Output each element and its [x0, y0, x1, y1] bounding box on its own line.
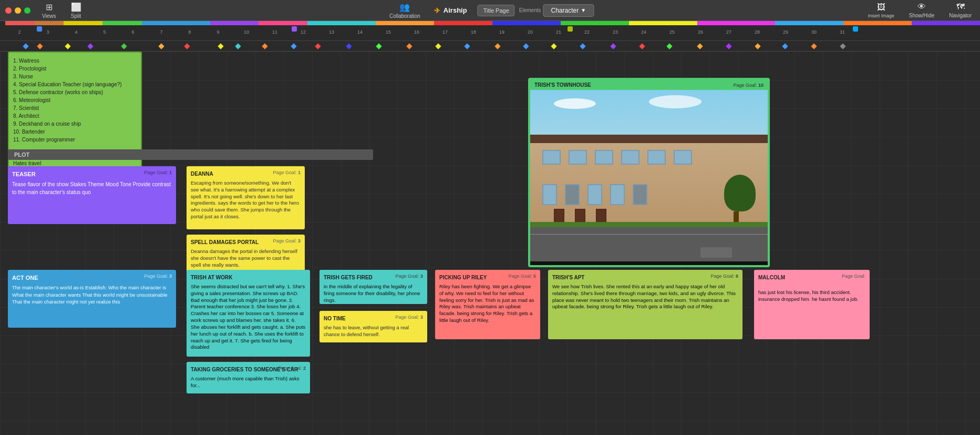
image-card-trishs-townhouse[interactable]: TRISH'S TOWNHOUSE Page Goal: 10	[528, 78, 770, 267]
collaboration-label: Collaboration	[389, 13, 420, 19]
insert-image-button[interactable]: 🖼 Insert Image	[865, 2, 898, 19]
character-dropdown-icon: ▼	[581, 7, 586, 13]
insert-image-icon: 🖼	[877, 3, 885, 12]
groceries-content: A customer (much more capable than Trish…	[191, 376, 306, 389]
ruler-num-17: 17	[431, 29, 459, 35]
minimize-button[interactable]	[15, 7, 21, 14]
close-button[interactable]	[5, 7, 12, 14]
diamond-2	[37, 43, 43, 49]
main-canvas[interactable]: 1. Waitress 2. Proctologist 3. Nurse 4. …	[0, 52, 980, 435]
card-trish-at-work[interactable]: Trish at Work She seems distracted but w…	[187, 270, 310, 357]
diamond-25	[697, 43, 703, 49]
marker-lime-1	[568, 26, 573, 32]
card-trishs-apt[interactable]: Trish's Apt Page Goal: 6 We see how Tris…	[548, 270, 742, 339]
diamond-15	[406, 43, 412, 49]
card-trish-gets-fired[interactable]: Trish gets fired Page Goal: 3 in the mid…	[319, 270, 427, 304]
spell-page-goal: Page Goal: 3	[273, 238, 301, 245]
diamond-6	[158, 43, 164, 49]
diamond-14	[376, 43, 381, 49]
trishs-apt-page-goal: Page Goal: 6	[710, 273, 738, 280]
deanna-content: Escaping from someone/something. We don'…	[191, 180, 301, 220]
views-icon: ⊞	[46, 2, 53, 12]
ruler-num-31: 31	[828, 29, 857, 35]
diamond-11	[291, 43, 296, 49]
title-bar-center: 👥 Collaboration ✈ Airship Title Page Ele…	[386, 1, 594, 20]
insert-image-label: Insert Image	[868, 13, 894, 18]
diamond-30	[840, 43, 845, 49]
windows-row2	[542, 184, 647, 205]
views-button[interactable]: ⊞ Views	[39, 1, 59, 20]
diamond-12	[315, 43, 321, 49]
diamond-26	[726, 43, 731, 49]
act-one-content: The main character's world as-is Establi…	[12, 284, 172, 305]
card-no-time[interactable]: No time Page Goal: 3 she has to leave, w…	[319, 311, 427, 342]
trish-work-title: Trish at Work	[191, 274, 306, 281]
ruler-num-2: 2	[5, 29, 34, 35]
ruler-num-20: 20	[516, 29, 544, 35]
marker-purple-1	[292, 26, 297, 32]
plot-label: PLOT	[8, 149, 373, 160]
navigator-icon: 🗺	[956, 2, 965, 12]
ruler-num-9: 9	[204, 29, 232, 35]
ruler-num-26: 26	[686, 29, 715, 35]
airship-icon: ✈	[434, 6, 440, 15]
diamond-19	[523, 43, 529, 49]
card-teaser[interactable]: TEASER Page Goal: 1 Tease flavor of the …	[8, 166, 176, 224]
split-button[interactable]: ⬜ Split	[68, 1, 85, 20]
show-hide-icon: 👁	[917, 2, 926, 12]
grass	[530, 222, 768, 227]
card-malcolm[interactable]: Malcolm Page Goal: has just lost his lic…	[754, 270, 870, 339]
elements-label: Elements	[519, 7, 541, 13]
cloud-2	[649, 95, 702, 108]
ruler-num-7: 7	[147, 29, 176, 35]
title-bar-right: 🖼 Insert Image 👁 Show/Hide 🗺 Navigator	[865, 1, 975, 19]
ruler-num-30: 30	[800, 29, 828, 35]
townhouse-title: TRISH'S TOWNHOUSE	[534, 82, 591, 88]
diamond-markers-row	[0, 41, 980, 52]
app-title: ✈ Airship	[434, 6, 467, 15]
riley-content: Riley has been fighting. We get a glimps…	[439, 284, 536, 324]
roof	[530, 135, 768, 143]
show-hide-button[interactable]: 👁 Show/Hide	[906, 1, 937, 19]
car	[700, 247, 732, 258]
ruler-num-16: 16	[403, 29, 431, 35]
windows-row1	[542, 150, 692, 165]
ruler-num-6: 6	[119, 29, 147, 35]
diamond-5	[121, 43, 127, 49]
malcolm-page-goal: Page Goal:	[842, 273, 865, 280]
ruler-num-28: 28	[743, 29, 771, 35]
ruler-num-24: 24	[630, 29, 658, 35]
card-picking-up-riley[interactable]: Picking up Riley Page Goal: 5 Riley has …	[435, 270, 540, 339]
character-button[interactable]: Character ▼	[543, 4, 594, 17]
ruler-num-15: 15	[374, 29, 403, 35]
diamond-1	[23, 43, 28, 49]
ruler-num-5: 5	[90, 29, 119, 35]
diamond-18	[494, 43, 500, 49]
card-deanna[interactable]: Deanna Page Goal: 1 Escaping from someon…	[187, 166, 305, 229]
diamond-24	[666, 43, 672, 49]
timeline-ruler: 2 3 4 5 6 7 8 9 10 11 12 13 14 15 16 17 …	[0, 25, 980, 41]
ruler-num-8: 8	[176, 29, 204, 35]
collaboration-button[interactable]: 👥 Collaboration	[386, 1, 424, 20]
teaser-content: Tease flavor of the show Stakes Theme Mo…	[12, 180, 172, 196]
card-taking-groceries[interactable]: Taking groceries to someone's car Page G…	[187, 362, 310, 393]
diamond-9	[235, 43, 241, 49]
townhouse-image	[530, 90, 768, 261]
split-icon: ⬜	[71, 2, 81, 12]
ruler-num-13: 13	[317, 29, 346, 35]
diamond-29	[811, 43, 817, 49]
ruler-num-25: 25	[658, 29, 686, 35]
diamond-10	[262, 43, 267, 49]
teaser-page-goal: Page Goal: 1	[144, 169, 172, 176]
ruler-num-4: 4	[62, 29, 90, 35]
navigator-button[interactable]: 🗺 Navigator	[946, 1, 975, 19]
ruler-num-14: 14	[346, 29, 374, 35]
title-page-button[interactable]: Title Page	[478, 5, 515, 16]
deanna-page-goal: Page Goal: 1	[273, 169, 301, 176]
navigator-label: Navigator	[949, 13, 972, 18]
traffic-lights	[5, 7, 30, 14]
spell-content: Deanna damages the portal in defending h…	[191, 248, 301, 268]
card-act-one[interactable]: ACT ONE Page Goal: 3 The main character'…	[8, 270, 176, 328]
diamond-23	[639, 43, 645, 49]
maximize-button[interactable]	[24, 7, 30, 14]
